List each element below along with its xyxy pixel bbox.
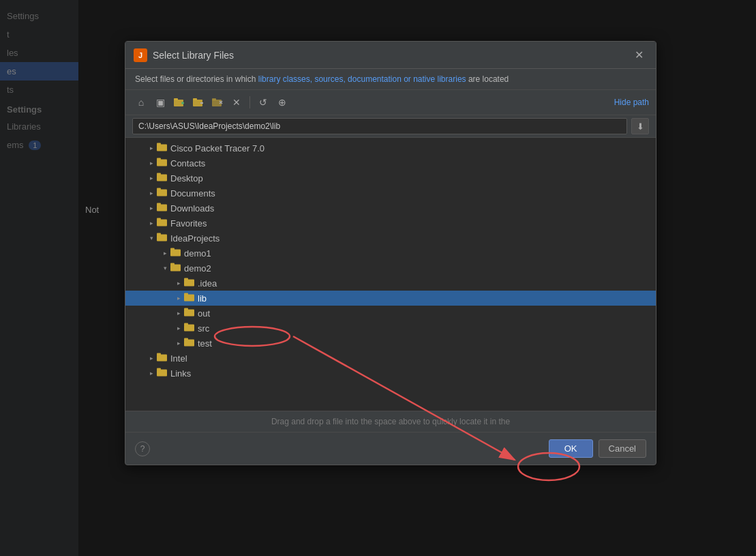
svg-rect-17 [157,205,167,211]
svg-rect-35 [184,340,194,347]
new-folder-button[interactable] [170,94,188,111]
folder-icon [184,323,195,332]
folder3-icon [212,98,223,107]
svg-rect-37 [157,355,167,362]
dialog-subtitle: Select files or directories in which lib… [125,69,656,90]
folder-icon [184,293,198,304]
svg-rect-14 [157,173,161,175]
select-library-dialog: J Select Library Files ✕ Select files or… [125,41,656,465]
tree-item-label: IdeaProjects [170,233,220,244]
svg-rect-30 [184,293,188,295]
tree-item-label: Documents [170,188,215,199]
svg-rect-11 [157,160,167,166]
folder-icon [184,308,198,319]
tree-item[interactable]: ▸ Intel [125,351,656,366]
tree-item[interactable]: ▸ Links [125,366,656,381]
folder-icon [157,188,170,199]
svg-rect-22 [157,233,161,235]
folder-icon [157,188,168,196]
folder-icon [157,173,168,181]
folder-icon [157,173,170,184]
tree-toggle-icon: ▸ [146,203,157,214]
svg-rect-12 [157,158,161,160]
link-button[interactable]: ⊕ [273,94,291,111]
tree-item[interactable]: ▸ demo1 [125,246,656,261]
folder-icon [157,143,168,151]
folder-icon [170,248,184,259]
svg-rect-8 [212,98,216,100]
folder-icon [184,323,198,334]
tree-item[interactable]: ▸ Downloads [125,201,656,216]
svg-rect-18 [157,203,161,205]
svg-rect-16 [157,188,161,190]
folder-icon [184,338,195,347]
path-input[interactable] [132,118,627,134]
svg-rect-31 [184,310,194,317]
folder-icon [184,293,195,302]
tree-item-label: Favorites [170,218,207,229]
cancel-button[interactable]: Cancel [599,439,646,458]
folder-icon [157,143,170,153]
folder-icon [157,203,170,214]
hide-path-button[interactable]: Hide path [614,98,649,107]
tree-item[interactable]: ▾ demo2 [125,261,656,276]
svg-rect-28 [184,278,188,280]
folder-icon [184,278,195,287]
tree-item[interactable]: ▸ test [125,336,656,351]
folder2-button[interactable] [190,94,207,111]
svg-rect-39 [157,370,167,377]
computer-button[interactable]: ▣ [151,94,169,111]
tree-toggle-icon: ▸ [160,248,170,259]
refresh-button[interactable]: ↺ [254,94,272,111]
folder-icon [157,353,170,364]
delete-button[interactable]: ✕ [228,94,245,111]
tree-item[interactable]: ▸ Documents [125,186,656,201]
tree-item[interactable]: ▸ lib [125,291,656,306]
svg-rect-24 [170,248,175,250]
svg-rect-20 [157,218,161,220]
home-button[interactable]: ⌂ [132,94,150,111]
not-label: Not [85,205,99,215]
tree-item-label: demo2 [184,263,211,274]
file-tree[interactable]: ▸ Cisco Packet Tracer 7.0▸ Contacts▸ Des… [125,138,656,411]
close-button[interactable]: ✕ [631,47,648,63]
tree-item-label: .idea [198,278,217,289]
svg-rect-10 [157,143,161,145]
folder-icon [157,158,170,169]
dialog-titlebar: J Select Library Files ✕ [125,42,656,69]
tree-toggle-icon: ▸ [146,158,157,169]
tree-item[interactable]: ▸ out [125,306,656,321]
tree-item[interactable]: ▸ Cisco Packet Tracer 7.0 [125,141,656,156]
svg-rect-9 [157,145,167,151]
svg-rect-34 [184,323,188,325]
path-download-button[interactable]: ⬇ [631,118,649,134]
tree-item[interactable]: ▾ IdeaProjects [125,231,656,246]
dialog-toolbar: ⌂ ▣ ✕ ↺ ⊕ [125,90,656,115]
tree-item-label: Contacts [170,158,205,169]
folder-icon [184,338,198,349]
svg-rect-33 [184,325,194,332]
ok-button[interactable]: OK [549,439,593,458]
tree-item[interactable]: ▸ src [125,321,656,336]
folder2-icon [193,98,204,107]
tree-toggle-icon: ▸ [146,188,157,199]
tree-toggle-icon: ▸ [146,218,157,229]
tree-item[interactable]: ▸ Contacts [125,156,656,171]
toolbar-separator [250,96,250,108]
tree-toggle-icon: ▸ [146,353,157,364]
svg-rect-26 [170,263,175,265]
svg-rect-36 [184,338,188,340]
tree-item-label: out [198,308,210,319]
folder-icon [157,158,168,166]
tree-item[interactable]: ▸ Favorites [125,216,656,231]
tree-item[interactable]: ▸ .idea [125,276,656,291]
tree-item-label: Intel [170,353,187,364]
folder3-button[interactable] [209,94,226,111]
tree-item[interactable]: ▸ Desktop [125,171,656,186]
svg-rect-1 [174,98,178,100]
help-button[interactable]: ? [135,441,150,456]
svg-rect-32 [184,308,188,310]
svg-rect-40 [157,368,161,370]
tree-item-label: Downloads [170,203,214,214]
dialog-title: Select Library Files [153,50,631,61]
